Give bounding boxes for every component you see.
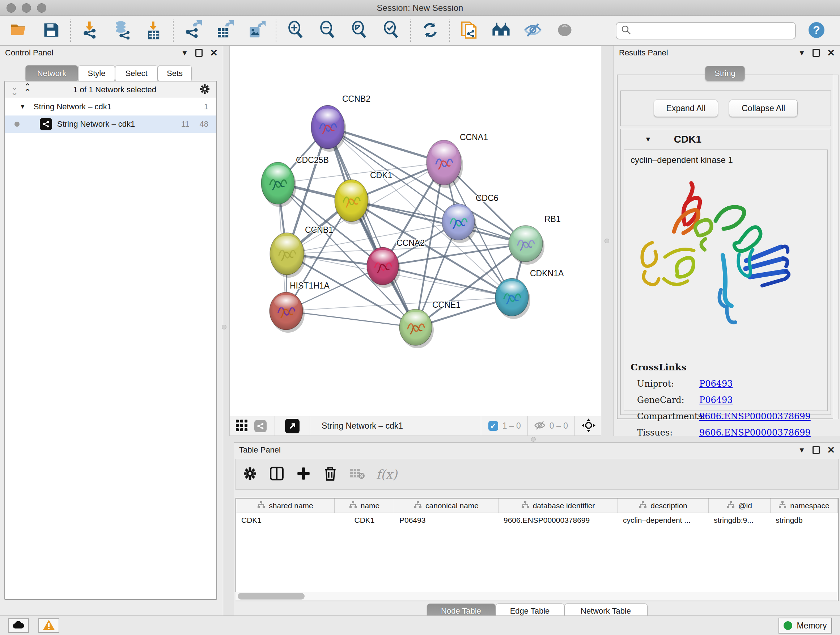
- string-network-icon: [40, 118, 52, 130]
- show-selected-button[interactable]: [554, 20, 575, 41]
- zoom-out-button[interactable]: [317, 20, 338, 41]
- panel-float-icon[interactable]: [813, 446, 820, 454]
- network-canvas[interactable]: CCNB2CCNA1CDC25BCDK1CDC6RB1CCNB1CCNA2CDK…: [230, 46, 601, 416]
- network-share-icon[interactable]: [254, 420, 267, 432]
- string-import-button[interactable]: [459, 20, 480, 41]
- network-collection-row[interactable]: ▼ String Network – cdk1 1: [5, 98, 216, 116]
- bottom-splitter-handle[interactable]: [531, 437, 536, 442]
- hide-selected-button[interactable]: [523, 20, 543, 41]
- network-node-ccnb2[interactable]: CCNB2: [311, 94, 370, 152]
- tab-style[interactable]: Style: [78, 65, 115, 82]
- panel-close-icon[interactable]: ✕: [827, 48, 835, 59]
- open-session-button[interactable]: [9, 20, 30, 41]
- window-title: Session: New Session: [0, 3, 840, 13]
- tab-network[interactable]: Network: [25, 65, 78, 82]
- function-builder-icon[interactable]: f(x): [376, 467, 397, 481]
- search-icon: [621, 25, 632, 37]
- scrollbar-thumb[interactable]: [238, 593, 305, 600]
- table-horizontal-scrollbar[interactable]: [235, 592, 837, 600]
- node-result-entry: ▼ CDK1 cyclin–dependent kinase 1: [621, 129, 831, 415]
- column-header[interactable]: shared name: [236, 499, 335, 513]
- panel-collapse-icon[interactable]: ▼: [798, 49, 805, 57]
- node-label: CDK1: [370, 171, 392, 180]
- tree-expander-icon[interactable]: ▼: [19, 103, 26, 111]
- memory-button[interactable]: Memory: [778, 618, 832, 633]
- tab-string-results[interactable]: String: [705, 66, 745, 81]
- right-splitter-handle[interactable]: [605, 239, 609, 243]
- import-network-database-button[interactable]: [111, 20, 133, 41]
- crosslinks-title: CrossLinks: [630, 362, 826, 372]
- column-header[interactable]: description: [618, 499, 709, 513]
- network-node-ccnb1[interactable]: CCNB1: [270, 225, 333, 278]
- crosslink-compartments[interactable]: 9606.ENSP00000378699: [699, 411, 811, 421]
- search-input[interactable]: [616, 22, 796, 40]
- panel-close-icon[interactable]: ✕: [210, 48, 218, 59]
- memory-status-dot: [783, 621, 792, 630]
- import-table-file-button[interactable]: [143, 20, 164, 41]
- selected-nodes-checkbox[interactable]: ✓: [488, 421, 498, 431]
- node-label: CDC25B: [296, 155, 329, 165]
- grid-view-icon[interactable]: [235, 419, 248, 433]
- warning-status-button[interactable]: [38, 618, 59, 633]
- export-table-icon: [215, 20, 234, 41]
- save-session-button[interactable]: [41, 20, 62, 41]
- zoom-fit-button[interactable]: [349, 20, 370, 41]
- export-network-button[interactable]: [182, 20, 203, 41]
- network-node-hist1h1a[interactable]: HIST1H1A: [270, 281, 330, 333]
- show-columns-icon[interactable]: [269, 466, 284, 483]
- tab-select[interactable]: Select: [115, 65, 158, 82]
- node-label: HIST1H1A: [290, 281, 330, 290]
- open-in-window-icon[interactable]: [285, 419, 300, 433]
- network-node-rb1[interactable]: RB1: [508, 214, 561, 264]
- network-edge[interactable]: [328, 127, 416, 327]
- panel-float-icon[interactable]: [813, 49, 820, 57]
- help-button[interactable]: ?: [806, 20, 827, 41]
- left-splitter-handle[interactable]: [222, 325, 226, 329]
- column-header[interactable]: namespace: [771, 499, 838, 513]
- network-node-ccna1[interactable]: CCNA1: [426, 133, 488, 188]
- tab-sets[interactable]: Sets: [158, 65, 192, 82]
- network-options-gear-icon[interactable]: [199, 83, 210, 96]
- change-species-button[interactable]: [491, 20, 512, 41]
- cloud-status-button[interactable]: [8, 618, 29, 633]
- export-image-button[interactable]: [246, 20, 267, 41]
- node-label: CDC6: [476, 193, 499, 203]
- crosslink-tissues[interactable]: 9606.ENSP00000378699: [699, 428, 811, 438]
- refresh-button[interactable]: [420, 20, 441, 41]
- panel-collapse-icon[interactable]: ▼: [181, 49, 188, 57]
- import-network-file-button[interactable]: [80, 20, 101, 41]
- zoom-in-button[interactable]: [285, 20, 306, 41]
- add-column-icon[interactable]: [296, 466, 311, 483]
- crosslink-uniprot[interactable]: P06493: [699, 379, 733, 389]
- panel-float-icon[interactable]: [195, 49, 202, 57]
- entry-expander-icon[interactable]: ▼: [645, 135, 652, 143]
- delete-column-trash-icon[interactable]: [323, 466, 338, 483]
- hidden-eye-slash-icon[interactable]: [534, 420, 546, 432]
- column-header[interactable]: database identifier: [499, 499, 618, 513]
- panel-collapse-icon[interactable]: ▼: [798, 446, 805, 454]
- network-node-ccne1[interactable]: CCNE1: [399, 300, 461, 348]
- results-scrollbar[interactable]: [833, 74, 838, 419]
- network-edge[interactable]: [286, 297, 512, 311]
- expand-all-button[interactable]: Expand All: [654, 100, 718, 117]
- open-folder-icon: [9, 20, 29, 41]
- export-table-button[interactable]: [214, 20, 235, 41]
- column-header[interactable]: canonical name: [394, 499, 499, 513]
- expand-all-networks-icon[interactable]: ⌃⌃: [24, 84, 30, 95]
- import-network-icon: [80, 20, 100, 41]
- column-header[interactable]: name: [335, 499, 394, 513]
- panel-close-icon[interactable]: ✕: [827, 445, 835, 456]
- network-row[interactable]: String Network – cdk1 11 48: [5, 116, 216, 133]
- network-edge[interactable]: [286, 311, 416, 327]
- birdseye-crosshair-icon[interactable]: [581, 418, 596, 434]
- table-options-gear-icon[interactable]: [242, 466, 257, 483]
- crosslink-genecard[interactable]: P06493: [699, 395, 733, 405]
- collapse-all-networks-icon[interactable]: ⌄⌄: [11, 84, 17, 95]
- collapse-all-button[interactable]: Collapse All: [729, 100, 798, 117]
- table-row[interactable]: CDK1 CDK1 P06493 9606.ENSP00000378699 cy…: [236, 513, 838, 527]
- network-node-cdkn1a[interactable]: CDKN1A: [495, 269, 564, 319]
- zoom-selected-button[interactable]: [381, 20, 401, 41]
- column-header[interactable]: @id: [709, 499, 771, 513]
- status-bar: Memory: [0, 616, 840, 635]
- results-panel: Results Panel ▼ ✕ String Expand All Coll…: [614, 46, 840, 436]
